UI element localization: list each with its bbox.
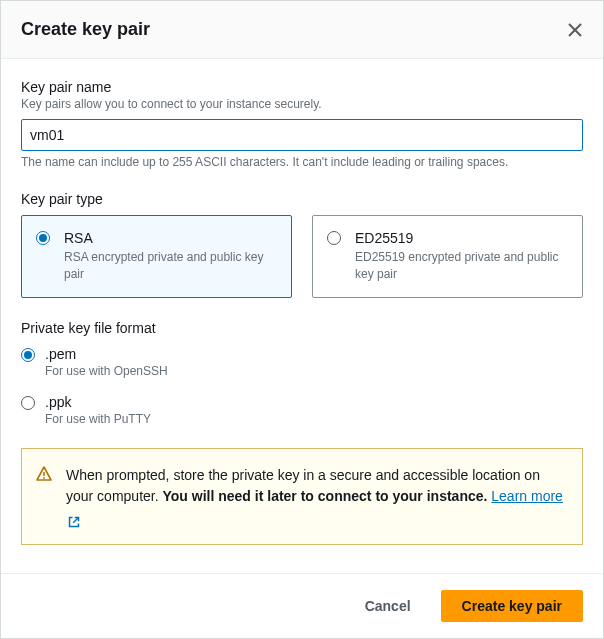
modal-content: Key pair name Key pairs allow you to con…	[1, 59, 603, 573]
key-pair-name-input[interactable]	[21, 119, 583, 151]
tile-desc: RSA encrypted private and public key pai…	[64, 249, 277, 283]
file-format-section: Private key file format .pem For use wit…	[21, 320, 583, 426]
tile-title: ED25519	[355, 230, 568, 246]
create-key-pair-button[interactable]: Create key pair	[441, 590, 583, 622]
radio-label: .ppk	[45, 394, 151, 410]
key-pair-type-section: Key pair type RSA RSA encrypted private …	[21, 191, 583, 298]
key-pair-name-section: Key pair name Key pairs allow you to con…	[21, 79, 583, 169]
radio-icon	[36, 231, 50, 245]
tile-desc: ED25519 encrypted private and public key…	[355, 249, 568, 283]
warning-alert: When prompted, store the private key in …	[21, 448, 583, 545]
radio-desc: For use with PuTTY	[45, 412, 151, 426]
key-pair-type-label: Key pair type	[21, 191, 583, 207]
cancel-button[interactable]: Cancel	[345, 590, 431, 622]
link-text: Learn more	[491, 488, 563, 504]
radio-label: .pem	[45, 346, 168, 362]
radio-icon	[21, 348, 35, 362]
close-icon[interactable]	[567, 22, 583, 38]
radio-icon	[327, 231, 341, 245]
key-pair-type-rsa[interactable]: RSA RSA encrypted private and public key…	[21, 215, 292, 298]
external-link-icon	[68, 513, 80, 525]
modal-header: Create key pair	[1, 1, 603, 59]
alert-bold-text: You will need it later to connect to you…	[163, 488, 488, 504]
svg-point-3	[43, 477, 45, 479]
file-format-pem[interactable]: .pem For use with OpenSSH	[21, 346, 583, 378]
key-pair-name-sublabel: Key pairs allow you to connect to your i…	[21, 97, 583, 111]
tile-title: RSA	[64, 230, 277, 246]
radio-icon	[21, 396, 35, 410]
radio-desc: For use with OpenSSH	[45, 364, 168, 378]
modal-footer: Cancel Create key pair	[1, 573, 603, 638]
key-pair-name-label: Key pair name	[21, 79, 583, 95]
create-key-pair-modal: Create key pair Key pair name Key pairs …	[0, 0, 604, 639]
key-pair-name-hint: The name can include up to 255 ASCII cha…	[21, 155, 583, 169]
file-format-label: Private key file format	[21, 320, 583, 336]
key-pair-type-ed25519[interactable]: ED25519 ED25519 encrypted private and pu…	[312, 215, 583, 298]
modal-title: Create key pair	[21, 19, 150, 40]
warning-icon	[36, 466, 52, 482]
file-format-ppk[interactable]: .ppk For use with PuTTY	[21, 394, 583, 426]
